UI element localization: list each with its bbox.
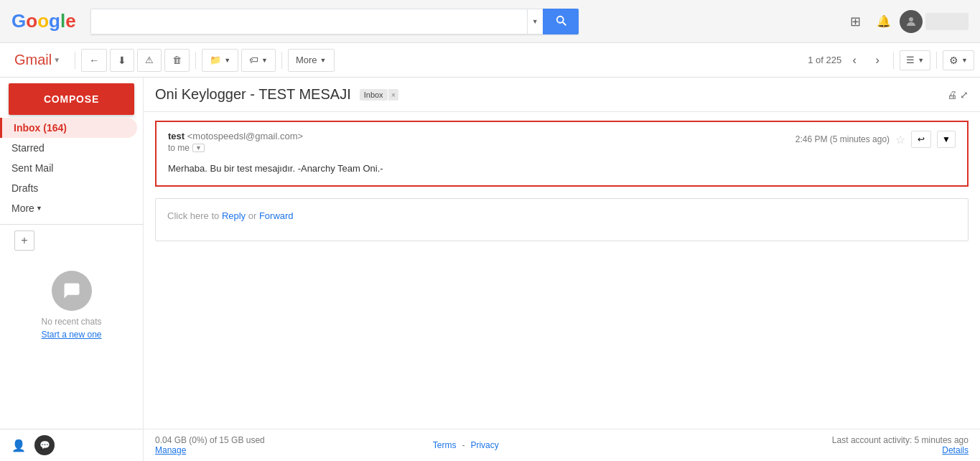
start-new-chat[interactable]: Start a new one: [41, 330, 101, 340]
gmail-text: Gmail: [14, 52, 52, 68]
logo-g: G: [11, 10, 26, 32]
label-chevron-icon: ▼: [261, 57, 268, 64]
search-input[interactable]: [90, 9, 527, 34]
chat-toggle-button[interactable]: 💬: [34, 435, 55, 455]
email-thread-inner: test <motospeedsl@gmail.com> to me ▼ 2:4…: [157, 122, 967, 185]
footer-separator: -: [462, 440, 465, 450]
badge-close-button[interactable]: ×: [388, 89, 398, 101]
gmail-label[interactable]: Gmail ▼: [6, 52, 69, 68]
reply-or: or: [248, 210, 259, 221]
nav-item-more[interactable]: More ▼: [0, 198, 143, 218]
email-body: Merhaba. Bu bir test mesajıdır. -Anarchy…: [168, 162, 956, 177]
more-chevron-icon: ▼: [320, 57, 327, 64]
gmail-toolbar-bar: Gmail ▼ ← ⬇ ⚠ 🗑 📁 ▼ 🏷 ▼ More ▼ 1 of 225 …: [0, 43, 980, 78]
sidebar: COMPOSE Inbox (164) Starred Sent Mail Dr…: [0, 78, 144, 461]
privacy-link[interactable]: Privacy: [470, 440, 498, 450]
avatar[interactable]: [900, 10, 923, 33]
archive-button[interactable]: ⬇: [110, 49, 134, 72]
search-container: ▼: [90, 9, 579, 34]
view-chevron-icon: ▼: [918, 57, 924, 64]
sidebar-chat-section: + No recent chats Start a new one: [0, 224, 143, 345]
settings-icon: ⚙: [949, 55, 958, 66]
logo-l: l: [60, 10, 65, 32]
toolbar-divider-1: [195, 52, 196, 69]
logo-o1: o: [26, 10, 37, 32]
header: G o o g l e ▼ ⊞ 🔔: [0, 0, 980, 43]
view-type-button[interactable]: ☰ ▼: [900, 50, 930, 70]
chat-empty-icon: [52, 271, 92, 311]
footer-storage: 0.04 GB (0%) of 15 GB used Manage: [155, 435, 265, 455]
logo-o2: o: [37, 10, 49, 32]
compose-button[interactable]: COMPOSE: [9, 83, 134, 115]
next-page-button[interactable]: ›: [867, 50, 887, 70]
to-dropdown-btn[interactable]: ▼: [192, 144, 205, 152]
activity-text: Last account activity: 5 minutes ago: [832, 435, 969, 445]
main-layout: COMPOSE Inbox (164) Starred Sent Mail Dr…: [0, 78, 980, 461]
apps-grid-button[interactable]: ⊞: [842, 9, 868, 34]
trash-button[interactable]: 🗑: [164, 49, 190, 72]
email-timestamp: 2:46 PM (5 minutes ago): [795, 134, 890, 144]
toolbar-divider-4: [936, 52, 937, 69]
details-link[interactable]: Details: [942, 445, 969, 455]
storage-text: 0.04 GB (0%) of 15 GB used: [155, 435, 265, 445]
settings-chevron-icon: ▼: [961, 57, 968, 64]
reply-box[interactable]: Click here to Reply or Forward: [155, 198, 969, 241]
nav-item-sent[interactable]: Sent Mail: [0, 158, 137, 178]
manage-link[interactable]: Manage: [155, 445, 265, 455]
reply-link[interactable]: Reply: [222, 210, 246, 221]
reply-placeholder: Click here to: [167, 210, 222, 221]
back-button[interactable]: ←: [81, 49, 107, 72]
more-nav-label: More: [11, 202, 34, 214]
pagination-text: 1 of 225: [808, 55, 841, 65]
sender-name: test: [168, 131, 185, 141]
email-actions-right: 2:46 PM (5 minutes ago) ☆ ↩ ▼: [795, 131, 956, 148]
back-icon: ←: [89, 55, 99, 66]
inbox-count: (164): [43, 122, 67, 134]
nav-item-drafts[interactable]: Drafts: [0, 178, 137, 198]
more-button[interactable]: More ▼: [288, 49, 335, 72]
folder-icon: 📁: [210, 55, 221, 65]
starred-label: Starred: [11, 142, 45, 154]
nav-item-inbox[interactable]: Inbox (164): [0, 118, 137, 138]
settings-button[interactable]: ⚙ ▼: [943, 50, 974, 70]
reply-button[interactable]: ↩: [911, 131, 931, 148]
notifications-button[interactable]: 🔔: [871, 9, 897, 34]
no-recent-chats: No recent chats: [41, 317, 101, 327]
email-sender-info: test <motospeedsl@gmail.com> to me ▼: [168, 131, 303, 153]
sidebar-bottom-bar: 👤 💬: [0, 429, 143, 461]
gmail-dropdown-icon: ▼: [53, 56, 60, 64]
terms-link[interactable]: Terms: [433, 440, 457, 450]
more-label: More: [296, 55, 317, 65]
email-to-row: to me ▼: [168, 143, 303, 153]
report-spam-button[interactable]: ⚠: [137, 49, 162, 72]
email-meta-row: test <motospeedsl@gmail.com> to me ▼ 2:4…: [168, 131, 956, 153]
footer: 0.04 GB (0%) of 15 GB used Manage Terms …: [144, 429, 980, 461]
toolbar-divider-3: [893, 52, 894, 69]
prev-page-button[interactable]: ‹: [844, 50, 864, 70]
reply-more-button[interactable]: ▼: [937, 131, 956, 148]
toolbar-divider-2: [281, 52, 282, 69]
logo-e: e: [65, 10, 75, 32]
email-subject: Oni Keylogger - TEST MESAJI: [155, 86, 351, 103]
to-label: to me: [168, 143, 190, 153]
email-header-bar: Oni Keylogger - TEST MESAJI Inbox × 🖨 ⤢: [144, 78, 980, 112]
label-icon: 🏷: [249, 55, 258, 65]
nav-item-starred[interactable]: Starred: [0, 138, 137, 158]
move-to-button[interactable]: 📁 ▼: [202, 49, 238, 72]
trash-icon: 🗑: [172, 55, 182, 65]
email-content: Oni Keylogger - TEST MESAJI Inbox × 🖨 ⤢ …: [144, 78, 980, 461]
expand-button[interactable]: ⤢: [960, 89, 969, 101]
search-dropdown-btn[interactable]: ▼: [527, 9, 543, 34]
search-button[interactable]: [543, 9, 579, 34]
view-type-icon: ☰: [906, 55, 915, 65]
inbox-badge: Inbox: [360, 89, 388, 101]
star-button[interactable]: ☆: [895, 133, 905, 146]
reply-area: Click here to Reply or Forward: [144, 187, 980, 253]
forward-link[interactable]: Forward: [259, 210, 294, 221]
add-chat-button[interactable]: +: [14, 230, 34, 251]
archive-icon: ⬇: [118, 55, 126, 66]
logo-g2: g: [49, 10, 60, 32]
label-button[interactable]: 🏷 ▼: [241, 49, 276, 72]
contacts-button[interactable]: 👤: [9, 435, 29, 455]
print-button[interactable]: 🖨: [947, 89, 957, 101]
